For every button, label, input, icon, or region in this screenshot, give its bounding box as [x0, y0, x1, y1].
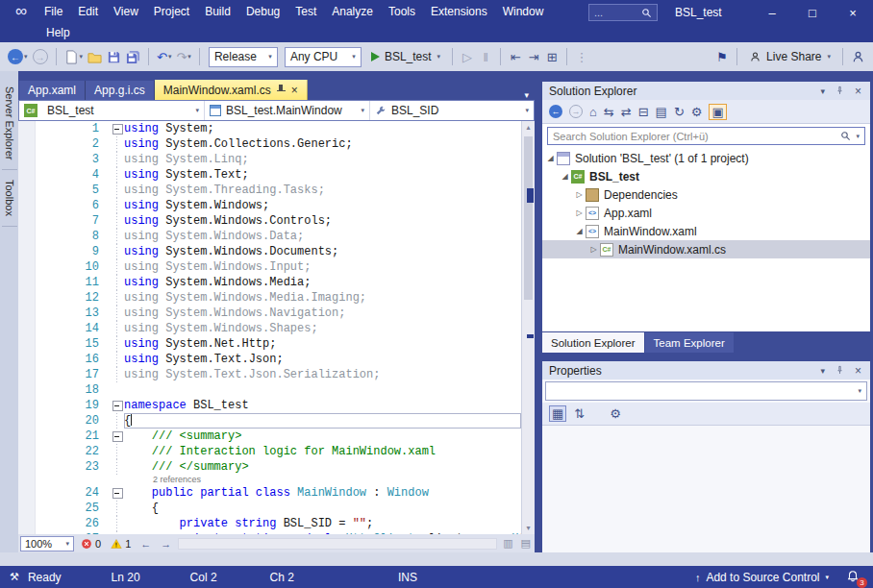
solution-configuration-dropdown[interactable]: Release▾ — [209, 47, 278, 67]
alphabetical-icon[interactable]: ⇅ — [574, 407, 585, 420]
tree-item-mainwindow-xaml-cs[interactable]: ▷C#MainWindow.xaml.cs — [542, 240, 870, 258]
menu-build[interactable]: Build — [197, 3, 238, 20]
tree-item-solution-bsl-test-1-of-1-project[interactable]: ◢Solution 'BSL_test' (1 of 1 project) — [542, 149, 870, 167]
background-tasks-icon[interactable]: ⚒ — [10, 571, 19, 583]
code-line[interactable]: 20{ — [18, 413, 521, 429]
code-line[interactable]: 19namespace BSL_test — [18, 398, 521, 413]
tree-item-bsl-test[interactable]: ◢C#BSL_test — [542, 167, 870, 185]
code-line[interactable]: 6using System.Windows; — [18, 198, 521, 213]
home-icon[interactable]: ⌂ — [589, 106, 597, 118]
panel-tab-solution-explorer[interactable]: Solution Explorer — [542, 332, 644, 353]
save-button[interactable] — [105, 46, 123, 67]
code-line[interactable]: 11using System.Windows.Media; — [18, 275, 521, 290]
navigate-backward-code-icon[interactable]: ⇤ — [507, 46, 524, 67]
expander-icon[interactable]: ▷ — [587, 245, 600, 254]
code-line[interactable]: 15using System.Net.Http; — [18, 336, 521, 352]
back-icon[interactable]: ← — [549, 105, 562, 118]
close-panel-icon[interactable]: × — [853, 364, 863, 378]
menu-debug[interactable]: Debug — [238, 3, 287, 20]
new-window-icon[interactable]: ⊞ — [543, 46, 561, 67]
zoom-control[interactable]: 100%▾ — [20, 536, 74, 551]
switch-views-icon[interactable]: ⇆ — [604, 106, 614, 118]
menu-view[interactable]: View — [106, 3, 146, 20]
menu-edit[interactable]: Edit — [70, 3, 106, 20]
previous-issue-icon[interactable]: ← — [137, 538, 154, 550]
code-line[interactable]: 23 /// </summary> — [18, 459, 521, 475]
add-to-source-control-button[interactable]: Add to Source Control — [706, 571, 819, 584]
property-pages-gear-icon[interactable]: ⚙ — [610, 407, 621, 420]
menu-tools[interactable]: Tools — [381, 3, 423, 20]
code-line[interactable]: 27 private static readonly HttpClient cl… — [18, 531, 521, 534]
code-line[interactable]: 22 /// Interaction logic for MainWindow.… — [18, 444, 521, 459]
fold-collapse-icon[interactable] — [111, 429, 124, 444]
collapse-all-icon[interactable]: ⊟ — [638, 106, 649, 118]
fold-collapse-icon[interactable] — [111, 398, 124, 413]
properties-titlebar[interactable]: Properties ▾ × — [542, 361, 870, 380]
close-tab-icon[interactable]: × — [291, 84, 298, 97]
properties-gear-icon[interactable]: ⚙ — [691, 106, 703, 118]
code-line[interactable]: 16using System.Text.Json; — [18, 352, 521, 367]
code-line[interactable]: 4using System.Text; — [18, 167, 521, 183]
code-line[interactable]: 10using System.Windows.Input; — [18, 259, 521, 275]
categorized-icon[interactable]: ▦ — [549, 405, 566, 422]
member-dropdown[interactable]: BSL_SID ▾ — [370, 101, 534, 120]
menu-help[interactable]: Help — [38, 24, 78, 41]
window-position-icon[interactable]: ▾ — [818, 366, 827, 376]
maximize-button[interactable]: □ — [792, 0, 833, 25]
notifications-bell-icon[interactable]: 3 — [846, 570, 863, 585]
editor-horizontal-scrollbar[interactable] — [178, 538, 497, 550]
side-tab-toolbox[interactable]: Toolbox — [2, 170, 17, 227]
expander-icon[interactable]: ◢ — [559, 172, 571, 181]
menu-test[interactable]: Test — [287, 3, 324, 20]
navigate-back-button[interactable]: ←▾ — [6, 46, 30, 67]
close-panel-icon[interactable]: × — [853, 85, 863, 98]
show-all-files-icon[interactable]: ▤ — [656, 106, 667, 118]
toolbar-overflow-icon[interactable]: ⋮ — [573, 46, 590, 67]
tree-item-app-xaml[interactable]: ▷<>App.xaml — [542, 204, 870, 222]
code-line[interactable]: 2using System.Collections.Generic; — [18, 136, 521, 152]
close-button[interactable]: × — [833, 0, 873, 25]
solution-platform-dropdown[interactable]: Any CPU▾ — [285, 47, 362, 67]
expander-icon[interactable]: ◢ — [573, 227, 586, 235]
split-window-icon[interactable]: ▥ — [501, 537, 514, 550]
undo-button[interactable]: ↶▾ — [155, 46, 173, 67]
source-control-caret-icon[interactable]: ▾ — [825, 574, 829, 581]
tree-item-mainwindow-xaml[interactable]: ◢<>MainWindow.xaml — [542, 222, 870, 240]
open-file-button[interactable] — [86, 46, 104, 67]
search-icon[interactable] — [641, 8, 652, 18]
menu-window[interactable]: Window — [495, 3, 552, 20]
code-editor[interactable]: 1using System;2using System.Collections.… — [18, 121, 521, 534]
panes-icon[interactable]: ▤ — [519, 537, 533, 550]
preview-selected-items-icon[interactable]: ▣ — [709, 104, 726, 120]
search-icon[interactable] — [840, 131, 851, 141]
bookmark-flag-icon[interactable]: ⚑ — [713, 46, 731, 67]
feedback-icon[interactable] — [849, 46, 867, 67]
start-without-debugging-icon[interactable]: ▷ — [459, 46, 476, 67]
new-file-button[interactable]: ▾ — [62, 46, 86, 67]
scroll-down-icon[interactable]: ▾ — [522, 524, 535, 532]
search-options-caret-icon[interactable]: ▾ — [856, 133, 860, 140]
editor-tab-app-g-i-cs[interactable]: App.g.i.cs — [86, 81, 155, 100]
codelens-references[interactable]: 2 references — [18, 475, 521, 485]
code-line[interactable]: 13using System.Windows.Navigation; — [18, 306, 521, 321]
code-line[interactable]: 12using System.Windows.Media.Imaging; — [18, 290, 521, 306]
pin-icon[interactable] — [277, 85, 286, 95]
editor-vertical-scrollbar[interactable]: ▴ ▾ — [521, 121, 535, 534]
code-line[interactable]: 3using System.Linq; — [18, 152, 521, 167]
code-line[interactable]: 21 /// <summary> — [18, 429, 521, 444]
expander-icon[interactable]: ▷ — [573, 208, 586, 217]
editor-tab-app-xaml[interactable]: App.xaml — [19, 81, 86, 100]
code-line[interactable]: 18 — [18, 382, 521, 398]
properties-object-dropdown[interactable]: ▾ — [545, 381, 867, 401]
redo-button[interactable]: ↷▾ — [174, 46, 192, 67]
code-line[interactable]: 1using System; — [18, 121, 521, 136]
code-line[interactable]: 8using System.Windows.Data; — [18, 229, 521, 244]
start-debugging-button[interactable]: BSL_test ▾ — [365, 46, 446, 67]
solution-explorer-titlebar[interactable]: Solution Explorer ▾ × — [542, 82, 870, 100]
save-all-button[interactable] — [124, 46, 142, 67]
menu-extensions[interactable]: Extensions — [423, 3, 495, 20]
menu-file[interactable]: File — [37, 3, 70, 20]
minimize-button[interactable]: – — [752, 0, 792, 25]
editor-tab-mainwindow-xaml-cs[interactable]: MainWindow.xaml.cs× — [155, 80, 308, 100]
menu-analyze[interactable]: Analyze — [324, 3, 381, 20]
